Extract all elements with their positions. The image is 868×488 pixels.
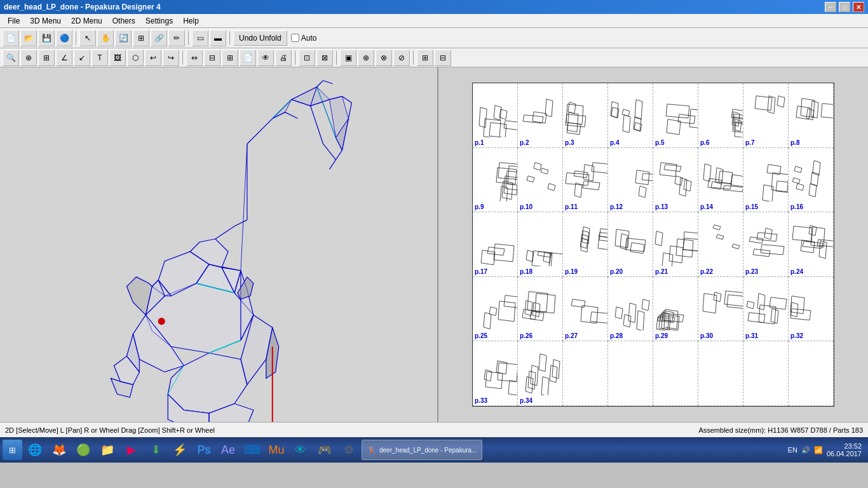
page-cell[interactable]: p.1: [473, 83, 518, 148]
page-cell[interactable]: p.18: [518, 212, 563, 277]
taskbar-game-icon[interactable]: 🎮: [313, 440, 336, 460]
taskbar-pepakura-app[interactable]: 🦌 deer_head_LP_done - Pepakura...: [362, 440, 482, 460]
page-cell[interactable]: [743, 341, 789, 406]
taskbar-ftp-icon[interactable]: ⚡: [168, 440, 191, 460]
page-cell[interactable]: p.6: [698, 83, 743, 148]
page-cell[interactable]: p.4: [608, 83, 653, 148]
tb2-redo[interactable]: ↪: [163, 50, 179, 66]
menu-file[interactable]: File: [3, 15, 25, 27]
taskbar-preview-icon[interactable]: 👁: [289, 440, 312, 460]
tb2-tool5[interactable]: ⊗: [376, 50, 392, 66]
tb2-tool4[interactable]: ⊕: [358, 50, 374, 66]
new-button[interactable]: 📄: [3, 30, 19, 46]
auto-checkbox-label[interactable]: Auto: [291, 34, 317, 43]
tb2-btn6[interactable]: T: [92, 50, 108, 66]
taskbar-torrent-icon[interactable]: ⬇: [144, 440, 167, 460]
page-cell[interactable]: p.13: [653, 148, 698, 213]
page-cell[interactable]: p.9: [473, 148, 518, 213]
tb2-btn8[interactable]: ⬡: [127, 50, 144, 66]
taskbar-code-icon[interactable]: ⌨: [241, 440, 264, 460]
tb2-tool8[interactable]: ⊟: [435, 50, 451, 66]
page-cell[interactable]: [698, 341, 743, 406]
page-cell[interactable]: p.15: [743, 148, 789, 213]
tb2-btn4[interactable]: ∠: [56, 50, 72, 66]
page-cell[interactable]: p.2: [518, 83, 563, 148]
page-cell[interactable]: p.19: [563, 212, 608, 277]
tb2-grid[interactable]: ⊞: [222, 50, 238, 66]
select-button[interactable]: ↖: [79, 30, 96, 46]
page-cell[interactable]: p.26: [518, 277, 563, 342]
page-cell[interactable]: p.12: [608, 148, 653, 213]
auto-checkbox-input[interactable]: [291, 34, 299, 42]
open-button[interactable]: 📂: [20, 30, 37, 46]
menu-help[interactable]: Help: [178, 15, 204, 27]
page-cell[interactable]: p.11: [563, 148, 608, 213]
taskbar-media-icon[interactable]: ▶: [120, 440, 143, 460]
page-cell[interactable]: p.25: [473, 277, 518, 342]
page-cell[interactable]: p.27: [563, 277, 608, 342]
page-cell[interactable]: p.3: [563, 83, 608, 148]
taskbar-settings-icon[interactable]: ⚙: [337, 440, 360, 460]
rect-button[interactable]: ▭: [192, 30, 208, 46]
taskbar-browser-icon[interactable]: 🦊: [48, 440, 71, 460]
taskbar-ps-icon[interactable]: Ps: [193, 440, 215, 460]
page-cell[interactable]: p.29: [653, 277, 698, 342]
tb2-undo[interactable]: ↩: [145, 50, 161, 66]
pen-button[interactable]: ✏: [168, 30, 185, 46]
page-cell[interactable]: [653, 341, 698, 406]
page-cell[interactable]: [789, 341, 834, 406]
save-button[interactable]: 💾: [38, 30, 55, 46]
tb2-connect2[interactable]: ⊟: [204, 50, 220, 66]
page-cell[interactable]: p.5: [653, 83, 698, 148]
page-cell[interactable]: p.32: [789, 277, 834, 342]
undo-unfold-button[interactable]: Undo Unfold: [233, 30, 287, 46]
page-cell[interactable]: p.28: [608, 277, 653, 342]
tb2-tool6[interactable]: ⊘: [393, 50, 410, 66]
taskbar-ie-icon[interactable]: 🌐: [24, 440, 46, 460]
taskbar-chrome-icon[interactable]: 🟢: [72, 440, 95, 460]
taskbar-explorer-icon[interactable]: 📁: [96, 440, 119, 460]
tb2-tool3[interactable]: ▣: [340, 50, 356, 66]
2d-view[interactable]: p.1p.2p.3p.4p.5p.6p.7p.8p.9p.10p.11p.12p…: [438, 67, 868, 422]
menu-3d[interactable]: 3D Menu: [25, 15, 66, 27]
page-cell[interactable]: [563, 341, 608, 406]
page-cell[interactable]: [608, 341, 653, 406]
taskbar-muse-icon[interactable]: Mu: [265, 440, 288, 460]
page-cell[interactable]: p.16: [789, 148, 834, 213]
taskbar-ae-icon[interactable]: Ae: [217, 440, 240, 460]
scale-button[interactable]: ⊞: [133, 30, 149, 46]
menu-settings[interactable]: Settings: [140, 15, 178, 27]
page-cell[interactable]: p.31: [743, 277, 789, 342]
tb2-tool7[interactable]: ⊞: [417, 50, 433, 66]
maximize-button[interactable]: □: [839, 2, 850, 12]
tb2-btn2[interactable]: ⊕: [20, 50, 37, 66]
tb2-btn1[interactable]: 🔍: [3, 50, 19, 66]
tb2-view[interactable]: 👁: [257, 50, 274, 66]
rotate-button[interactable]: 🔄: [115, 30, 132, 46]
minimize-button[interactable]: ─: [825, 2, 836, 12]
page-cell[interactable]: p.20: [608, 212, 653, 277]
tb2-btn7[interactable]: 🖼: [109, 50, 126, 66]
3d-view[interactable]: [0, 67, 438, 422]
rect2-button[interactable]: ▬: [210, 30, 226, 46]
tb2-page[interactable]: 📄: [240, 50, 256, 66]
page-cell[interactable]: p.23: [743, 212, 789, 277]
print-button[interactable]: 🔵: [56, 30, 72, 46]
menu-others[interactable]: Others: [107, 15, 140, 27]
page-cell[interactable]: p.21: [653, 212, 698, 277]
page-cell[interactable]: p.34: [518, 341, 563, 406]
start-button[interactable]: ⊞: [3, 440, 22, 460]
connect-button[interactable]: 🔗: [151, 30, 167, 46]
window-controls[interactable]: ─ □ ✕: [825, 2, 864, 12]
close-button[interactable]: ✕: [853, 2, 864, 12]
tb2-btn5[interactable]: ↙: [74, 50, 90, 66]
page-cell[interactable]: p.22: [698, 212, 743, 277]
page-cell[interactable]: p.7: [743, 83, 789, 148]
page-cell[interactable]: p.8: [789, 83, 834, 148]
menu-2d[interactable]: 2D Menu: [66, 15, 107, 27]
tb2-tool2[interactable]: ⊠: [316, 50, 333, 66]
page-cell[interactable]: p.24: [789, 212, 834, 277]
page-cell[interactable]: p.30: [698, 277, 743, 342]
tb2-print2[interactable]: 🖨: [275, 50, 292, 66]
page-cell[interactable]: p.33: [473, 341, 518, 406]
